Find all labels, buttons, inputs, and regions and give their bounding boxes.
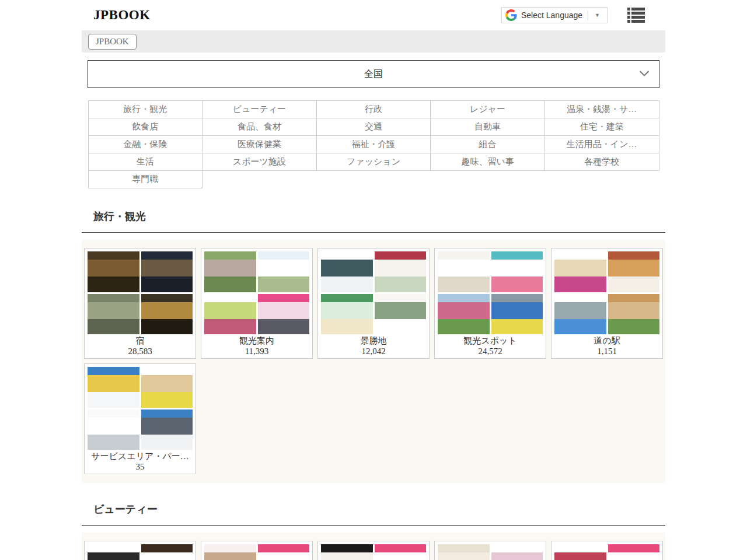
- thumbnail-image: [491, 544, 543, 560]
- category-link[interactable]: 温泉・銭湯・サ…: [544, 101, 659, 118]
- site-title: JPBOOK: [93, 8, 151, 23]
- thumbnail-image: [204, 544, 256, 560]
- breadcrumb-bar: JPBOOK: [82, 30, 665, 52]
- breadcrumb-home-button[interactable]: JPBOOK: [88, 34, 137, 50]
- card-label: サービスエリア・パー…: [88, 451, 193, 462]
- category-link[interactable]: レジャー: [431, 101, 545, 118]
- thumbnail-collage: [438, 251, 543, 334]
- category-link[interactable]: 自動車: [431, 118, 545, 136]
- thumbnail-image: [554, 251, 606, 292]
- thumbnail-collage: [554, 544, 659, 560]
- category-sections: 旅行・観光宿28,583観光案内11,393景勝地12,042観光スポット24,…: [82, 209, 665, 560]
- category-card[interactable]: [317, 541, 430, 560]
- thumbnail-image: [258, 294, 310, 335]
- thumbnail-collage: [438, 544, 543, 560]
- section-card-grid: 宿28,583観光案内11,393景勝地12,042観光スポット24,572道の…: [82, 240, 665, 483]
- card-count: 24,572: [438, 346, 543, 356]
- category-link[interactable]: 金融・保険: [88, 136, 203, 153]
- thumbnail-collage: [204, 251, 309, 334]
- thumbnail-image: [141, 251, 193, 292]
- thumbnail-image: [88, 544, 139, 560]
- category-card[interactable]: サービスエリア・パー…35: [84, 363, 196, 474]
- card-count: 28,583: [88, 346, 193, 356]
- thumbnail-image: [491, 251, 543, 292]
- section-title: ビューティー: [93, 502, 665, 516]
- category-card[interactable]: 道の駅1,151: [551, 248, 663, 359]
- card-label: 観光案内: [204, 335, 309, 346]
- translate-label: Select Language: [521, 10, 582, 20]
- category-link[interactable]: 飲食店: [88, 118, 203, 136]
- thumbnail-image: [88, 251, 139, 292]
- thumbnail-image: [375, 294, 427, 335]
- card-label: 道の駅: [554, 335, 659, 346]
- thumbnail-image: [141, 294, 193, 335]
- header-controls: Select Language ▼: [501, 7, 654, 23]
- category-card[interactable]: 観光スポット24,572: [434, 248, 546, 359]
- card-count: 35: [88, 462, 193, 472]
- thumbnail-image: [608, 544, 660, 560]
- menu-list-icon[interactable]: [627, 8, 645, 23]
- category-link[interactable]: 生活: [88, 153, 203, 171]
- section-divider: [82, 525, 665, 526]
- category-link[interactable]: 生活用品・イン…: [544, 136, 659, 153]
- card-count: 1,151: [554, 346, 659, 356]
- thumbnail-image: [141, 367, 193, 408]
- category-row: 生活スポーツ施設ファッション趣味、習い事各種学校: [88, 153, 659, 171]
- category-table: 旅行・観光ビューティー行政レジャー温泉・銭湯・サ…飲食店食品、食材交通自動車住宅…: [88, 100, 659, 188]
- thumbnail-image: [375, 251, 427, 292]
- region-select-value: 全国: [364, 68, 383, 80]
- thumbnail-collage: [321, 544, 426, 560]
- category-link[interactable]: 住宅・建築: [544, 118, 659, 136]
- region-select[interactable]: 全国: [88, 60, 659, 88]
- thumbnail-image: [554, 294, 606, 335]
- category-link[interactable]: 医療保健業: [203, 136, 317, 153]
- category-link[interactable]: 行政: [316, 101, 431, 118]
- category-link[interactable]: スポーツ施設: [203, 153, 317, 171]
- thumbnail-collage: [204, 544, 309, 560]
- category-link[interactable]: 専門職: [88, 171, 203, 188]
- category-card[interactable]: [84, 541, 196, 560]
- thumbnail-image: [491, 294, 543, 335]
- category-link[interactable]: 組合: [431, 136, 545, 153]
- category-link[interactable]: ビューティー: [203, 101, 317, 118]
- thumbnail-image: [258, 544, 310, 560]
- category-row: 旅行・観光ビューティー行政レジャー温泉・銭湯・サ…: [88, 101, 659, 118]
- thumbnail-collage: [88, 544, 193, 560]
- section-title: 旅行・観光: [93, 209, 665, 223]
- card-label: 宿: [88, 335, 193, 346]
- thumbnail-image: [321, 294, 373, 335]
- category-link[interactable]: 趣味、習い事: [431, 153, 545, 171]
- thumbnail-image: [204, 294, 256, 335]
- thumbnail-image: [141, 410, 193, 450]
- category-card[interactable]: [551, 541, 663, 560]
- category-card[interactable]: [434, 541, 546, 560]
- category-card[interactable]: 宿28,583: [84, 248, 196, 359]
- category-card[interactable]: [201, 541, 313, 560]
- category-link[interactable]: 食品、食材: [203, 118, 317, 136]
- thumbnail-collage: [88, 251, 193, 334]
- chevron-down-icon: [639, 70, 650, 77]
- category-link[interactable]: 旅行・観光: [88, 101, 203, 118]
- category-row: 専門職: [88, 171, 659, 188]
- thumbnail-image: [258, 251, 310, 292]
- card-label: 景勝地: [321, 335, 426, 346]
- thumbnail-image: [321, 251, 373, 292]
- card-label: 観光スポット: [438, 335, 543, 346]
- category-card[interactable]: 景勝地12,042: [317, 248, 430, 359]
- thumbnail-image: [141, 544, 193, 560]
- category-link[interactable]: 交通: [316, 118, 431, 136]
- category-link[interactable]: 福祉・介護: [316, 136, 431, 153]
- card-count: 12,042: [321, 346, 426, 356]
- google-logo-icon: [505, 9, 517, 21]
- google-translate-widget[interactable]: Select Language ▼: [501, 7, 608, 23]
- section-divider: [82, 232, 665, 233]
- page: JPBOOK Select Language ▼ JPB: [82, 0, 665, 560]
- category-link[interactable]: ファッション: [316, 153, 431, 171]
- category-card[interactable]: 観光案内11,393: [201, 248, 313, 359]
- thumbnail-collage: [554, 251, 659, 334]
- category-link[interactable]: 各種学校: [544, 153, 659, 171]
- section-card-grid: [82, 533, 665, 560]
- category-row: 飲食店食品、食材交通自動車住宅・建築: [88, 118, 659, 136]
- thumbnail-image: [375, 544, 427, 560]
- thumbnail-collage: [88, 367, 193, 450]
